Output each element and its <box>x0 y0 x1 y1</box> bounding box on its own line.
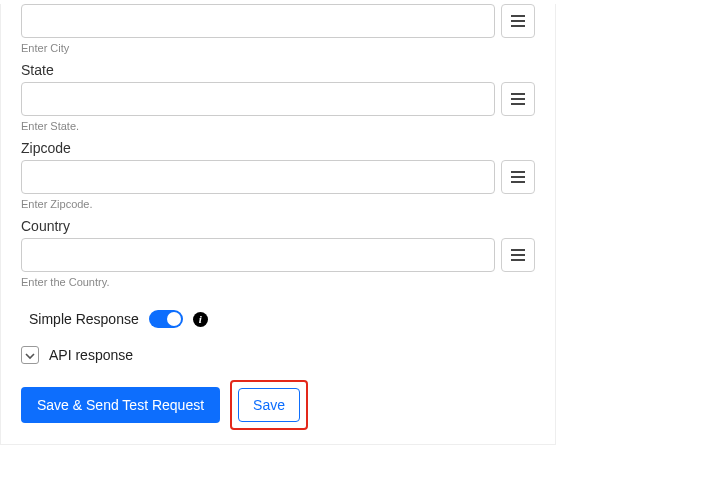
svg-rect-9 <box>511 249 525 251</box>
zipcode-input[interactable] <box>21 160 495 194</box>
svg-rect-1 <box>511 20 525 22</box>
country-label: Country <box>21 218 535 234</box>
hamburger-icon <box>510 170 526 184</box>
svg-rect-5 <box>511 103 525 105</box>
zipcode-label: Zipcode <box>21 140 535 156</box>
api-response-expand-button[interactable] <box>21 346 39 364</box>
zipcode-input-row <box>21 160 535 194</box>
city-options-button[interactable] <box>501 4 535 38</box>
svg-rect-7 <box>511 176 525 178</box>
field-country: Country Enter the Country. <box>21 218 535 288</box>
zipcode-helper: Enter Zipcode. <box>21 198 535 210</box>
button-row: Save & Send Test Request Save <box>21 380 535 430</box>
simple-response-label: Simple Response <box>29 311 139 327</box>
hamburger-icon <box>510 14 526 28</box>
field-zipcode: Zipcode Enter Zipcode. <box>21 140 535 210</box>
info-icon[interactable]: i <box>193 312 208 327</box>
chevron-down-icon <box>25 346 35 364</box>
svg-rect-0 <box>511 15 525 17</box>
svg-rect-2 <box>511 25 525 27</box>
state-input-row <box>21 82 535 116</box>
field-state: State Enter State. <box>21 62 535 132</box>
save-send-test-button[interactable]: Save & Send Test Request <box>21 387 220 423</box>
api-response-row: API response <box>21 346 535 364</box>
hamburger-icon <box>510 248 526 262</box>
country-helper: Enter the Country. <box>21 276 535 288</box>
svg-rect-3 <box>511 93 525 95</box>
svg-rect-8 <box>511 181 525 183</box>
simple-response-toggle[interactable] <box>149 310 183 328</box>
svg-rect-10 <box>511 254 525 256</box>
country-input[interactable] <box>21 238 495 272</box>
city-helper: Enter City <box>21 42 535 54</box>
save-button[interactable]: Save <box>238 388 300 422</box>
hamburger-icon <box>510 92 526 106</box>
field-city: Enter City <box>21 4 535 54</box>
svg-rect-11 <box>511 259 525 261</box>
api-response-label: API response <box>49 347 133 363</box>
city-input-row <box>21 4 535 38</box>
form-area: Enter City State Enter State. Zipcode En… <box>0 4 556 445</box>
country-input-row <box>21 238 535 272</box>
save-highlight: Save <box>230 380 308 430</box>
state-input[interactable] <box>21 82 495 116</box>
svg-rect-6 <box>511 171 525 173</box>
country-options-button[interactable] <box>501 238 535 272</box>
state-label: State <box>21 62 535 78</box>
city-input[interactable] <box>21 4 495 38</box>
state-options-button[interactable] <box>501 82 535 116</box>
simple-response-row: Simple Response i <box>21 310 535 328</box>
svg-rect-4 <box>511 98 525 100</box>
state-helper: Enter State. <box>21 120 535 132</box>
zipcode-options-button[interactable] <box>501 160 535 194</box>
